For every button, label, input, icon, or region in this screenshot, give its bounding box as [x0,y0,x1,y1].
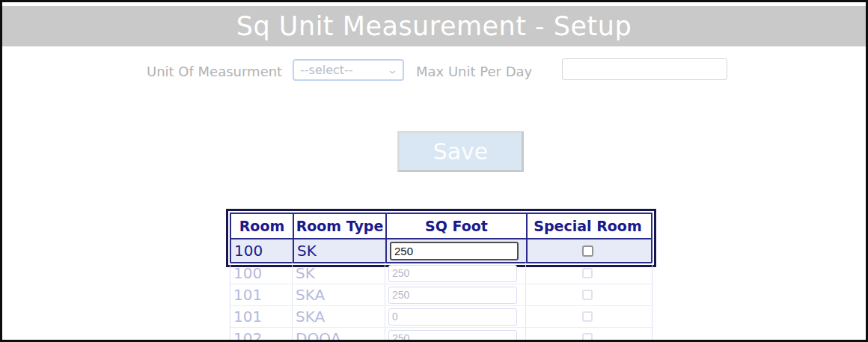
room-type-cell: SK [292,263,385,284]
sq-foot-cell [385,306,525,327]
special-room-cell [526,239,648,262]
sq-foot-cell [385,263,525,284]
room-type-cell: SKA [292,284,385,305]
special-room-checkbox[interactable] [582,245,593,257]
special-room-checkbox[interactable] [582,268,593,278]
sq-foot-input[interactable] [390,242,519,260]
sq-foot-input[interactable] [388,308,517,326]
header-special-room: Special Room [526,214,648,238]
sq-foot-input[interactable] [388,330,517,342]
room-type-cell: DQQA [292,328,385,342]
chevron-down-icon: ⌄ [387,64,398,76]
table-row: 102 DQQA [230,328,652,342]
header-room-type: Room Type [293,214,385,238]
max-unit-per-day-input[interactable] [562,58,727,80]
sq-foot-cell [385,239,526,262]
tour-highlight-box: Room Room Type SQ Foot Special Room 100 … [226,209,656,267]
table-row: 100 SK [230,263,652,284]
room-cell: 102 [230,328,292,342]
special-room-checkbox[interactable] [582,333,593,342]
special-room-cell [525,328,649,342]
special-room-cell [525,263,649,284]
unit-select-value: --select-- [300,63,388,77]
max-unit-per-day-label: Max Unit Per Day [416,64,532,79]
room-cell: 101 [230,306,292,327]
unit-of-measurement-select[interactable]: --select-- ⌄ [293,59,404,81]
special-room-cell [525,284,649,305]
sq-foot-input[interactable] [388,287,517,304]
header-room: Room [231,214,293,238]
page-title: Sq Unit Measurement - Setup [236,11,632,41]
room-type-cell: SK [293,239,385,262]
header-sq-foot: SQ Foot [385,214,526,238]
room-cell: 100 [230,263,292,284]
room-type-cell: SKA [292,306,385,327]
room-cell: 101 [230,284,292,305]
sq-foot-input[interactable] [388,265,517,282]
table-row: 101 SKA [230,284,652,306]
special-room-checkbox[interactable] [582,290,593,300]
table-row: 100 SK [231,239,651,262]
unit-of-measurement-label: Unit Of Measurment [147,64,282,79]
room-cell: 100 [231,239,293,262]
save-button[interactable]: Save [397,131,524,172]
special-room-checkbox[interactable] [582,311,593,322]
sq-foot-cell [385,284,525,305]
table-row: 101 SKA [230,306,652,328]
sq-foot-cell [385,328,525,342]
app-window: Sq Unit Measurement - Setup Unit Of Meas… [0,0,868,342]
rooms-table: Room Room Type SQ Foot Special Room 100 … [230,213,652,263]
faded-table-rows: 100 SK 101 SKA 101 SKA [230,263,652,342]
special-room-cell [525,306,649,327]
title-bar: Sq Unit Measurement - Setup [2,6,866,46]
table-header-row: Room Room Type SQ Foot Special Room [231,214,651,239]
